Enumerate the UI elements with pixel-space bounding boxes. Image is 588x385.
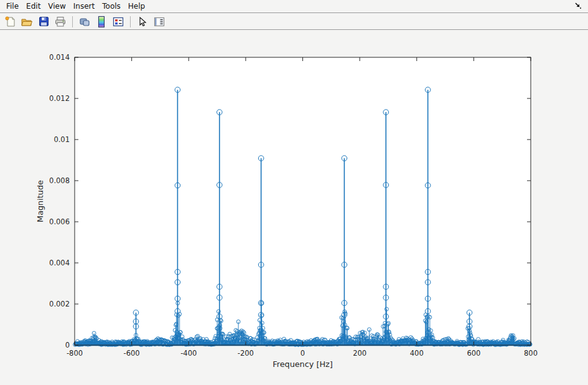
save-button[interactable] <box>36 15 51 29</box>
axes-background <box>75 57 531 345</box>
select-button[interactable] <box>135 15 150 29</box>
plot-canvas: -800-600-400-200020040060080000.0020.004… <box>0 30 588 385</box>
y-tick-label: 0 <box>65 341 70 349</box>
menu-edit[interactable]: Edit <box>22 1 44 12</box>
y-tick-label: 0.008 <box>49 176 70 185</box>
save-icon <box>38 16 50 27</box>
copy-figure-icon <box>78 16 91 28</box>
x-tick-label: 0 <box>301 349 305 358</box>
select-icon <box>137 16 148 27</box>
menu-tools[interactable]: Tools <box>98 1 124 12</box>
y-tick-label: 0.014 <box>49 53 70 62</box>
open-button[interactable] <box>19 15 34 29</box>
x-tick-label: -400 <box>180 349 197 358</box>
menu-file[interactable]: File <box>2 1 22 12</box>
y-tick-label: 0.006 <box>49 217 70 226</box>
dock-arrow-icon[interactable] <box>573 1 583 11</box>
new-figure-button[interactable] <box>2 15 17 29</box>
new-figure-icon <box>4 16 16 27</box>
x-tick-label: -200 <box>238 349 254 358</box>
toolbar-separator <box>130 16 131 27</box>
y-tick-label: 0.012 <box>49 94 70 103</box>
plot-properties-button[interactable] <box>111 15 126 29</box>
x-axis-label: Frequency [Hz] <box>273 359 333 369</box>
print-button[interactable] <box>53 15 68 29</box>
y-tick-label: 0.002 <box>49 300 70 308</box>
toolbar-separator <box>72 16 73 27</box>
plot-browser-icon <box>153 16 166 28</box>
menu-help[interactable]: Help <box>124 1 149 12</box>
menu-view[interactable]: View <box>44 1 69 12</box>
print-icon <box>54 16 67 28</box>
open-icon <box>21 16 33 28</box>
colormap-icon <box>97 16 106 28</box>
x-tick-label: -800 <box>67 349 83 358</box>
y-tick-label: 0.004 <box>49 259 70 267</box>
plot-browser-button[interactable] <box>152 15 167 29</box>
x-tick-label: -600 <box>124 349 140 358</box>
x-tick-label: 800 <box>524 349 538 358</box>
y-tick-label: 0.01 <box>54 135 70 144</box>
menu-insert[interactable]: Insert <box>70 1 98 12</box>
colormap-button[interactable] <box>94 15 109 29</box>
figure-area: -800-600-400-200020040060080000.0020.004… <box>0 30 588 385</box>
menu-bar: File Edit View Insert Tools Help <box>0 0 588 13</box>
x-tick-label: 200 <box>353 349 366 358</box>
figure-toolbar <box>0 14 588 30</box>
copy-figure-button[interactable] <box>77 15 92 29</box>
x-tick-label: 400 <box>410 349 424 358</box>
y-axis-label: Magnitude <box>35 180 45 222</box>
plot-properties-icon <box>112 16 124 28</box>
x-tick-label: 600 <box>467 349 480 358</box>
